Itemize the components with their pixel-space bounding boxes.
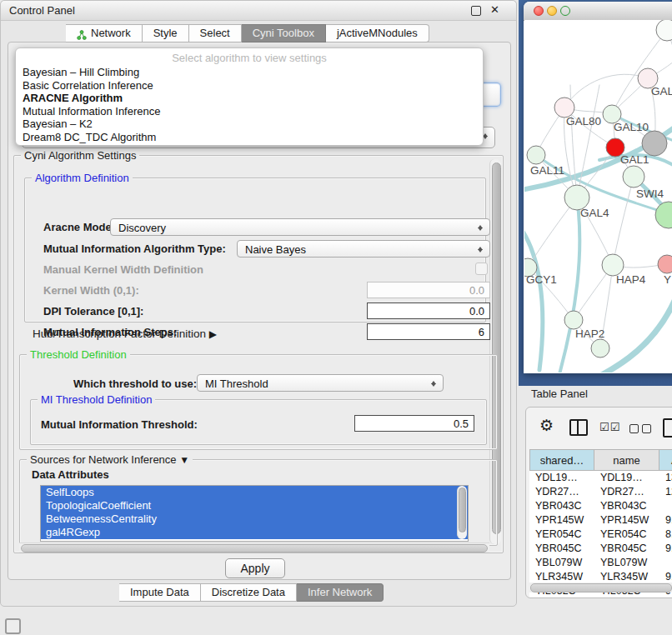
mi-type-combo[interactable]: Naive Bayes xyxy=(237,240,490,258)
network-node[interactable] xyxy=(642,131,667,156)
cell-value xyxy=(659,499,672,513)
table-row[interactable]: YBL079W YBL079W xyxy=(529,556,672,570)
mi-type-label: Mutual Information Algorithm Type: xyxy=(43,242,226,255)
control-panel-tab[interactable]: Network xyxy=(66,24,143,42)
control-panel-title: Control Panel xyxy=(9,4,75,17)
column-header-shared-name[interactable]: shared… xyxy=(529,449,594,471)
cell-name: YDR27… xyxy=(594,485,659,499)
aracne-mode-combo[interactable]: Discovery xyxy=(110,218,490,236)
mi-type-value: Naive Bayes xyxy=(245,243,306,256)
table-row[interactable]: YER054C YER054C 8. xyxy=(529,528,672,542)
table-body: YDL19… YDL19… 13 YDR27… YDR27… 12 YBR043… xyxy=(529,471,672,598)
which-threshold-combo[interactable]: MI Threshold xyxy=(197,374,444,392)
close-window-button[interactable] xyxy=(534,6,544,16)
bottom-tab-label: Infer Network xyxy=(308,584,372,601)
attribute-list-item[interactable]: BetweennessCentrality xyxy=(41,512,468,526)
float-window-icon[interactable] xyxy=(471,6,481,16)
table-hscrollbar-track[interactable] xyxy=(528,582,672,592)
dropdown-item[interactable]: ARACNE Algorithm xyxy=(16,92,483,105)
select-all-checkboxes-icon[interactable]: ☑☑ xyxy=(599,421,620,433)
control-panel-tab[interactable]: Cyni Toolbox xyxy=(242,24,326,42)
dropdown-item[interactable]: Basic Correlation Inference xyxy=(16,79,483,92)
hub-definition-label: Hub/Transcription Factor Definition xyxy=(33,328,206,340)
dpi-tolerance-field[interactable]: 0.0 xyxy=(367,302,490,319)
attribute-list-item[interactable]: gal4RGexp xyxy=(41,526,468,539)
network-edge[interactable] xyxy=(577,85,599,198)
close-panel-icon[interactable]: ✕ xyxy=(490,3,499,16)
bottom-tab[interactable]: Discretize Data xyxy=(201,583,297,602)
network-edge[interactable] xyxy=(559,198,579,372)
settings-hscrollbar-thumb[interactable] xyxy=(21,544,488,552)
network-node[interactable] xyxy=(591,339,609,358)
network-node-label: GAL80 xyxy=(566,115,601,128)
network-node[interactable] xyxy=(623,166,644,188)
control-panel-tab[interactable]: jActiveMNodules xyxy=(326,24,429,42)
network-node[interactable] xyxy=(527,146,545,164)
dpi-tolerance-label: DPI Tolerance [0,1]: xyxy=(43,305,143,318)
manual-kernel-checkbox[interactable] xyxy=(475,262,488,275)
network-node[interactable] xyxy=(564,311,583,329)
attribute-list-item[interactable]: SelfLoops xyxy=(41,486,468,499)
cell-value: 12 xyxy=(659,485,672,499)
mi-threshold-field[interactable]: 0.5 xyxy=(354,415,474,432)
tab-label: jActiveMNodules xyxy=(337,25,418,42)
function-builder-icon[interactable] xyxy=(663,418,672,438)
cell-name: YBR045C xyxy=(594,542,659,556)
settings-group-title: Cyni Algorithm Settings xyxy=(21,149,139,162)
dropdown-item[interactable]: Mutual Information Inference xyxy=(16,105,483,118)
table-panel-title: Table Panel xyxy=(531,388,588,400)
cyni-algorithm-settings-group: Cyni Algorithm Settings Algorithm Defini… xyxy=(13,155,504,553)
dropdown-item[interactable]: Dream8 DC_TDC Algorithm xyxy=(16,131,483,144)
dropdown-item[interactable]: Bayesian – Hill Climbing xyxy=(16,66,483,79)
attribute-list-item[interactable]: TopologicalCoefficient xyxy=(41,499,468,512)
network-node-label: GAL10 xyxy=(614,121,649,133)
network-node-label: HAP2 xyxy=(575,328,604,340)
collapse-arrow-icon[interactable]: ▼ xyxy=(179,454,189,466)
control-panel-tab[interactable]: Select xyxy=(189,24,242,42)
minimized-panel-icon[interactable] xyxy=(5,618,21,634)
network-node-label: GCY1 xyxy=(526,273,557,286)
table-row[interactable]: YPR145W YPR145W 9. xyxy=(529,513,672,528)
attribute-name: BetweennessCentrality xyxy=(46,512,157,525)
algorithm-dropdown: Select algorithm to view settings Bayesi… xyxy=(15,48,484,146)
hub-definition-toggle[interactable]: Hub/Transcription Factor Definition ▶ xyxy=(33,328,217,340)
threshold-definition-group: Threshold Definition Which threshold to … xyxy=(19,354,498,450)
gear-icon[interactable]: ⚙ xyxy=(539,416,554,435)
network-edge[interactable] xyxy=(524,224,543,370)
data-attributes-list: SelfLoops TopologicalCoefficient Between… xyxy=(40,485,469,542)
bottom-tab[interactable]: Infer Network xyxy=(297,583,384,602)
network-node[interactable] xyxy=(658,255,672,273)
network-node[interactable] xyxy=(655,202,672,228)
network-node[interactable] xyxy=(656,20,672,41)
kernel-width-field[interactable]: 0.0 xyxy=(367,282,490,298)
table-row[interactable]: YBR043C YBR043C xyxy=(529,499,672,513)
column-header-next[interactable]: A xyxy=(659,449,672,471)
sources-title-text: Sources for Network Inference xyxy=(30,453,177,466)
apply-button[interactable]: Apply xyxy=(225,558,285,578)
table-row[interactable]: YBR045C YBR045C 9. xyxy=(529,542,672,556)
dropdown-item[interactable]: Bayesian – K2 xyxy=(16,118,483,131)
list-scrollbar-track[interactable] xyxy=(457,486,467,539)
bottom-tab[interactable]: Impute Data xyxy=(119,583,201,602)
column-header-name[interactable]: name xyxy=(594,449,659,471)
table-toolbar: ⚙ ☑☑ xyxy=(526,408,672,448)
network-canvas[interactable]: GALGAL80GAL10GAL1SWI4GAL11GAL4GCY1HAP4YH… xyxy=(524,20,672,372)
table-hscrollbar-thumb[interactable] xyxy=(530,583,672,592)
list-scrollbar-thumb[interactable] xyxy=(459,488,466,532)
network-edge[interactable] xyxy=(613,177,634,265)
settings-hscrollbar-track[interactable] xyxy=(19,542,489,552)
table-row[interactable]: YDR27… YDR27… 12 xyxy=(529,485,672,499)
network-window: GALGAL80GAL10GAL1SWI4GAL11GAL4GCY1HAP4YH… xyxy=(524,2,672,373)
tab-label: Cyni Toolbox xyxy=(253,25,314,42)
network-window-titlebar[interactable] xyxy=(524,2,672,21)
minimize-window-button[interactable] xyxy=(547,6,557,16)
mi-steps-field[interactable]: 6 xyxy=(367,323,490,340)
deselect-all-checkboxes-icon[interactable] xyxy=(629,423,654,436)
threshold-definition-title: Threshold Definition xyxy=(27,348,130,361)
which-threshold-value: MI Threshold xyxy=(205,378,268,390)
table-row[interactable]: YDL19… YDL19… 13 xyxy=(529,471,672,485)
columns-icon[interactable] xyxy=(569,419,588,436)
control-panel-tab[interactable]: Style xyxy=(143,24,189,42)
network-desktop: GALGAL80GAL10GAL1SWI4GAL11GAL4GCY1HAP4YH… xyxy=(519,0,672,386)
zoom-window-button[interactable] xyxy=(560,6,570,16)
